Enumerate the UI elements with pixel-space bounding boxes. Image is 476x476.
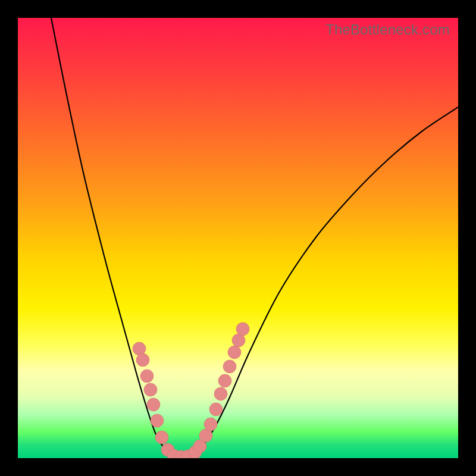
scatter-dot — [147, 398, 160, 411]
scatter-dot — [232, 334, 245, 347]
scatter-dot — [209, 403, 223, 416]
scatter-dot — [151, 414, 164, 427]
scatter-dot — [204, 418, 217, 431]
scatter-dot — [136, 353, 149, 367]
scatter-dot — [140, 369, 154, 383]
watermark-label: TheBottleneck.com — [325, 21, 450, 38]
scatter-dot — [199, 429, 212, 442]
scatter-dot — [144, 383, 157, 396]
scatter-dot — [236, 322, 249, 336]
bottleneck-curve — [51, 18, 458, 457]
scatter-dot — [223, 360, 236, 373]
scatter-dot — [228, 346, 241, 359]
chart-svg — [18, 18, 458, 458]
chart-frame: TheBottleneck.com — [18, 18, 458, 458]
scatter-dots — [133, 322, 249, 458]
scatter-dot — [218, 374, 231, 387]
scatter-dot — [133, 342, 146, 355]
scatter-dot — [214, 387, 227, 400]
scatter-dot — [155, 431, 168, 444]
